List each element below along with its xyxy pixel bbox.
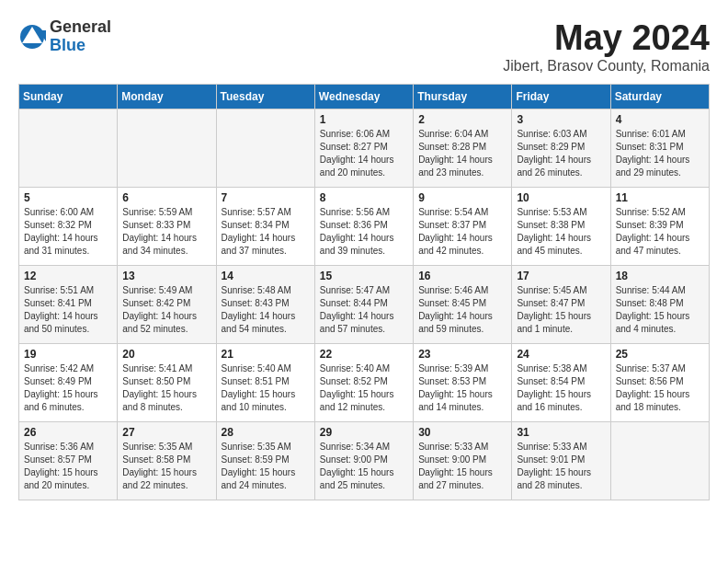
calendar-cell: 15Sunrise: 5:47 AM Sunset: 8:44 PM Dayli… bbox=[314, 266, 413, 344]
calendar-cell: 5Sunrise: 6:00 AM Sunset: 8:32 PM Daylig… bbox=[19, 188, 118, 266]
day-number: 14 bbox=[222, 270, 310, 282]
calendar-cell: 18Sunrise: 5:44 AM Sunset: 8:48 PM Dayli… bbox=[610, 266, 709, 344]
col-header-monday: Monday bbox=[118, 85, 216, 109]
calendar-cell: 28Sunrise: 5:35 AM Sunset: 8:59 PM Dayli… bbox=[216, 422, 314, 500]
day-number: 3 bbox=[517, 113, 605, 126]
day-number: 4 bbox=[616, 113, 704, 126]
calendar-cell: 14Sunrise: 5:48 AM Sunset: 8:43 PM Dayli… bbox=[216, 266, 314, 344]
day-info: Sunrise: 5:54 AM Sunset: 8:37 PM Dayligh… bbox=[418, 206, 506, 258]
day-number: 27 bbox=[122, 426, 210, 439]
day-number: 10 bbox=[517, 191, 605, 204]
day-info: Sunrise: 5:40 AM Sunset: 8:52 PM Dayligh… bbox=[320, 362, 408, 414]
day-number: 30 bbox=[418, 426, 506, 439]
logo: General Blue bbox=[18, 18, 111, 55]
day-number: 25 bbox=[616, 348, 704, 361]
day-info: Sunrise: 5:49 AM Sunset: 8:42 PM Dayligh… bbox=[122, 284, 210, 336]
day-info: Sunrise: 5:37 AM Sunset: 8:56 PM Dayligh… bbox=[616, 362, 704, 414]
day-number: 21 bbox=[222, 348, 310, 361]
calendar-cell: 25Sunrise: 5:37 AM Sunset: 8:56 PM Dayli… bbox=[610, 344, 709, 422]
calendar-cell: 17Sunrise: 5:45 AM Sunset: 8:47 PM Dayli… bbox=[512, 266, 610, 344]
calendar-cell: 2Sunrise: 6:04 AM Sunset: 8:28 PM Daylig… bbox=[414, 109, 512, 188]
subtitle: Jibert, Brasov County, Romania bbox=[503, 58, 710, 75]
calendar-week-5: 26Sunrise: 5:36 AM Sunset: 8:57 PM Dayli… bbox=[19, 422, 710, 500]
day-number: 24 bbox=[517, 348, 605, 361]
day-number: 8 bbox=[320, 191, 408, 204]
calendar-cell: 11Sunrise: 5:52 AM Sunset: 8:39 PM Dayli… bbox=[610, 188, 709, 266]
calendar-cell bbox=[216, 109, 314, 188]
day-info: Sunrise: 6:06 AM Sunset: 8:27 PM Dayligh… bbox=[320, 128, 408, 179]
day-info: Sunrise: 6:01 AM Sunset: 8:31 PM Dayligh… bbox=[616, 128, 704, 179]
day-info: Sunrise: 5:46 AM Sunset: 8:45 PM Dayligh… bbox=[418, 284, 506, 336]
title-block: May 2024 Jibert, Brasov County, Romania bbox=[503, 18, 710, 75]
day-number: 6 bbox=[122, 191, 210, 204]
day-info: Sunrise: 5:33 AM Sunset: 9:01 PM Dayligh… bbox=[517, 441, 605, 492]
day-number: 11 bbox=[616, 191, 704, 204]
day-number: 22 bbox=[320, 348, 408, 361]
day-info: Sunrise: 5:44 AM Sunset: 8:48 PM Dayligh… bbox=[616, 284, 704, 336]
day-info: Sunrise: 5:38 AM Sunset: 8:54 PM Dayligh… bbox=[517, 362, 605, 414]
calendar-cell: 10Sunrise: 5:53 AM Sunset: 8:38 PM Dayli… bbox=[512, 188, 610, 266]
day-number: 29 bbox=[320, 426, 408, 439]
day-info: Sunrise: 5:36 AM Sunset: 8:57 PM Dayligh… bbox=[24, 441, 112, 492]
calendar-cell: 7Sunrise: 5:57 AM Sunset: 8:34 PM Daylig… bbox=[216, 188, 314, 266]
calendar-week-3: 12Sunrise: 5:51 AM Sunset: 8:41 PM Dayli… bbox=[19, 266, 710, 344]
calendar-cell: 23Sunrise: 5:39 AM Sunset: 8:53 PM Dayli… bbox=[414, 344, 512, 422]
calendar-cell: 26Sunrise: 5:36 AM Sunset: 8:57 PM Dayli… bbox=[19, 422, 118, 500]
calendar-week-2: 5Sunrise: 6:00 AM Sunset: 8:32 PM Daylig… bbox=[19, 188, 710, 266]
calendar-cell: 30Sunrise: 5:33 AM Sunset: 9:00 PM Dayli… bbox=[414, 422, 512, 500]
day-number: 7 bbox=[222, 191, 310, 204]
day-number: 9 bbox=[418, 191, 506, 204]
day-number: 15 bbox=[320, 270, 408, 282]
calendar-header-row: SundayMondayTuesdayWednesdayThursdayFrid… bbox=[19, 85, 710, 109]
day-info: Sunrise: 5:56 AM Sunset: 8:36 PM Dayligh… bbox=[320, 206, 408, 258]
calendar-cell: 1Sunrise: 6:06 AM Sunset: 8:27 PM Daylig… bbox=[314, 109, 413, 188]
day-info: Sunrise: 5:35 AM Sunset: 8:59 PM Dayligh… bbox=[222, 441, 310, 492]
day-info: Sunrise: 6:03 AM Sunset: 8:29 PM Dayligh… bbox=[517, 128, 605, 179]
day-info: Sunrise: 5:34 AM Sunset: 9:00 PM Dayligh… bbox=[320, 441, 408, 492]
logo-icon bbox=[18, 23, 46, 51]
col-header-tuesday: Tuesday bbox=[216, 85, 314, 109]
day-number: 12 bbox=[24, 270, 112, 282]
day-info: Sunrise: 5:47 AM Sunset: 8:44 PM Dayligh… bbox=[320, 284, 408, 336]
day-number: 17 bbox=[517, 270, 605, 282]
logo-text: General Blue bbox=[50, 18, 111, 55]
calendar-cell: 8Sunrise: 5:56 AM Sunset: 8:36 PM Daylig… bbox=[314, 188, 413, 266]
col-header-wednesday: Wednesday bbox=[314, 85, 413, 109]
col-header-saturday: Saturday bbox=[610, 85, 709, 109]
calendar-cell: 21Sunrise: 5:40 AM Sunset: 8:51 PM Dayli… bbox=[216, 344, 314, 422]
calendar-cell: 4Sunrise: 6:01 AM Sunset: 8:31 PM Daylig… bbox=[610, 109, 709, 188]
day-number: 20 bbox=[122, 348, 210, 361]
day-number: 13 bbox=[122, 270, 210, 282]
col-header-sunday: Sunday bbox=[19, 85, 118, 109]
day-info: Sunrise: 5:45 AM Sunset: 8:47 PM Dayligh… bbox=[517, 284, 605, 336]
calendar-week-4: 19Sunrise: 5:42 AM Sunset: 8:49 PM Dayli… bbox=[19, 344, 710, 422]
calendar-cell: 3Sunrise: 6:03 AM Sunset: 8:29 PM Daylig… bbox=[512, 109, 610, 188]
calendar-cell: 13Sunrise: 5:49 AM Sunset: 8:42 PM Dayli… bbox=[118, 266, 216, 344]
day-number: 16 bbox=[418, 270, 506, 282]
calendar-table: SundayMondayTuesdayWednesdayThursdayFrid… bbox=[18, 84, 710, 500]
month-title: May 2024 bbox=[503, 18, 710, 58]
calendar-week-1: 1Sunrise: 6:06 AM Sunset: 8:27 PM Daylig… bbox=[19, 109, 710, 188]
calendar-cell: 29Sunrise: 5:34 AM Sunset: 9:00 PM Dayli… bbox=[314, 422, 413, 500]
page-header: General Blue May 2024 Jibert, Brasov Cou… bbox=[18, 18, 710, 75]
day-number: 1 bbox=[320, 113, 408, 126]
calendar-cell bbox=[118, 109, 216, 188]
day-info: Sunrise: 5:52 AM Sunset: 8:39 PM Dayligh… bbox=[616, 206, 704, 258]
calendar-cell: 20Sunrise: 5:41 AM Sunset: 8:50 PM Dayli… bbox=[118, 344, 216, 422]
day-info: Sunrise: 5:41 AM Sunset: 8:50 PM Dayligh… bbox=[122, 362, 210, 414]
day-info: Sunrise: 6:04 AM Sunset: 8:28 PM Dayligh… bbox=[418, 128, 506, 179]
calendar-cell: 27Sunrise: 5:35 AM Sunset: 8:58 PM Dayli… bbox=[118, 422, 216, 500]
day-number: 23 bbox=[418, 348, 506, 361]
calendar-cell bbox=[610, 422, 709, 500]
calendar-cell: 6Sunrise: 5:59 AM Sunset: 8:33 PM Daylig… bbox=[118, 188, 216, 266]
day-info: Sunrise: 5:57 AM Sunset: 8:34 PM Dayligh… bbox=[222, 206, 310, 258]
day-number: 26 bbox=[24, 426, 112, 439]
day-number: 31 bbox=[517, 426, 605, 439]
calendar-cell: 12Sunrise: 5:51 AM Sunset: 8:41 PM Dayli… bbox=[19, 266, 118, 344]
col-header-thursday: Thursday bbox=[414, 85, 512, 109]
calendar-cell: 22Sunrise: 5:40 AM Sunset: 8:52 PM Dayli… bbox=[314, 344, 413, 422]
day-info: Sunrise: 5:35 AM Sunset: 8:58 PM Dayligh… bbox=[122, 441, 210, 492]
day-number: 19 bbox=[24, 348, 112, 361]
day-number: 5 bbox=[24, 191, 112, 204]
day-info: Sunrise: 5:59 AM Sunset: 8:33 PM Dayligh… bbox=[122, 206, 210, 258]
